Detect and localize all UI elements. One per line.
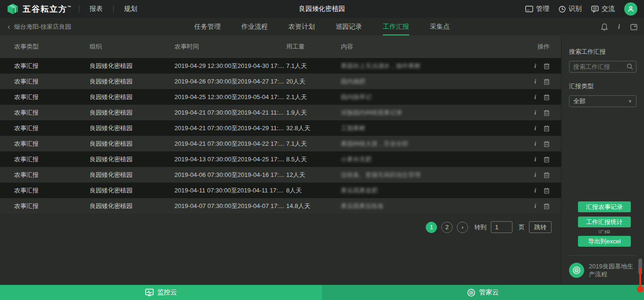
row-info-icon[interactable]: i <box>534 171 536 179</box>
tab-patrol-records[interactable]: 巡园记录 <box>336 18 362 35</box>
tab-supplies-plan[interactable]: 农资计划 <box>289 18 315 35</box>
breadcrumb[interactable]: ‹ 烟台海阳-徐家店良园 <box>8 23 71 31</box>
report-type-select[interactable]: 全部 ▼ <box>569 95 636 107</box>
cell-time: 2019-04-06 07:30:00至2019-04-16 17:... <box>174 171 286 179</box>
table-row[interactable]: 农事汇报 良园矮化密植园 2019-04-21 07:30:00至2019-04… <box>0 105 561 120</box>
cell-type: 农事汇报 <box>0 62 90 70</box>
steward-cloud-label: 管家云 <box>479 288 499 297</box>
cell-type: 农事汇报 <box>0 77 90 86</box>
row-delete-icon[interactable] <box>544 63 550 69</box>
cell-org: 良园矮化密植园 <box>90 93 174 101</box>
next-page-button[interactable]: › <box>457 222 468 233</box>
cell-type: 农事汇报 <box>0 124 90 133</box>
cell-content: 工期果树 <box>341 124 509 133</box>
cell-content: 果园补上无法浇水，操作果树 <box>341 62 509 70</box>
breadcrumb-label: 烟台海阳-徐家店良园 <box>14 23 71 31</box>
table-row[interactable]: 农事汇报 良园矮化密植园 2019-04-29 12:30:00至2019-04… <box>0 58 561 74</box>
sidebar-footer-link[interactable]: 2019良园基地生产流程 <box>569 262 636 280</box>
action-label: 管理 <box>536 5 549 13</box>
cell-content: 果园种植大苗，百亩全部 <box>341 140 509 148</box>
row-info-icon[interactable]: i <box>534 109 536 117</box>
tab-work-report[interactable]: 工作汇报 <box>383 18 409 35</box>
row-delete-icon[interactable] <box>544 187 550 194</box>
cell-type: 农事汇报 <box>0 108 90 117</box>
row-delete-icon[interactable] <box>544 78 550 85</box>
row-info-icon[interactable]: i <box>534 125 536 132</box>
divider <box>79 5 79 13</box>
bottom-bar: 监控云 管家云 <box>0 285 644 300</box>
top-bar: 五谷耘立方™ 报表 规划 良园矮化密植园 管理 识别 <box>0 0 644 18</box>
app-logo[interactable]: 五谷耘立方™ <box>7 3 72 15</box>
report-farm-record-button[interactable]: 汇报农事记录 <box>578 201 631 212</box>
table-row[interactable]: 农事汇报 良园矮化密植园 2019-04-25 12:30:00至2019-05… <box>0 89 561 105</box>
cell-content: 小果补充肥 <box>341 155 509 164</box>
cell-type: 农事汇报 <box>0 140 90 148</box>
table-row[interactable]: 农事汇报 良园矮化密植园 2019-04-06 07:30:00至2019-04… <box>0 167 561 183</box>
row-info-icon[interactable]: i <box>534 202 536 210</box>
table-row[interactable]: 农事汇报 良园矮化密植园 2019-04-11 07:30:00至2019-04… <box>0 183 561 198</box>
cell-time: 2019-04-29 12:30:00至2019-04-30 17:... <box>174 62 286 70</box>
user-avatar[interactable] <box>624 2 637 16</box>
scrollbar-thermometer[interactable] <box>638 258 643 293</box>
row-delete-icon[interactable] <box>544 156 550 163</box>
tab-collection-points[interactable]: 采集点 <box>430 18 450 35</box>
row-delete-icon[interactable] <box>544 125 550 132</box>
info-icon[interactable]: i <box>618 23 620 31</box>
tab-work-process[interactable]: 作业流程 <box>241 18 268 35</box>
table-row[interactable]: 农事汇报 良园矮化密植园 2019-04-21 07:30:00至2019-04… <box>0 136 561 151</box>
scrollbar-thumb[interactable] <box>637 286 644 292</box>
page-number-input[interactable] <box>491 221 512 233</box>
cell-labor: 7.1人天 <box>286 62 341 70</box>
target-icon <box>569 263 584 278</box>
row-delete-icon[interactable] <box>544 172 550 178</box>
nav-reports[interactable]: 报表 <box>86 5 107 13</box>
row-info-icon[interactable]: i <box>534 78 536 85</box>
table-row[interactable]: 农事汇报 良园矮化密植园 2019-04-21 07:30:00至2019-04… <box>0 120 561 136</box>
row-info-icon[interactable]: i <box>534 140 536 148</box>
cell-labor: 20人天 <box>286 77 341 86</box>
steward-cloud-button[interactable]: 管家云 <box>322 285 644 300</box>
search-icon[interactable] <box>627 63 633 71</box>
action-recognize[interactable]: 识别 <box>559 5 582 13</box>
cell-time: 2019-04-11 07:30:00至2019-04-11 17:... <box>174 186 286 195</box>
cell-org: 良园矮化密植园 <box>90 124 174 133</box>
cell-org: 良园矮化密植园 <box>90 155 174 164</box>
row-delete-icon[interactable] <box>544 203 550 209</box>
monitor-icon <box>525 6 533 13</box>
row-delete-icon[interactable] <box>544 94 550 100</box>
chat-icon <box>591 6 599 13</box>
row-info-icon[interactable]: i <box>534 93 536 101</box>
panel-icon[interactable] <box>630 24 637 30</box>
action-manage[interactable]: 管理 <box>525 5 549 13</box>
page-1-button[interactable]: 1 <box>426 222 437 233</box>
cell-type: 农事汇报 <box>0 155 90 164</box>
bell-icon[interactable] <box>601 23 608 31</box>
nav-planning[interactable]: 规划 <box>120 5 141 13</box>
cell-content: 果实疏果拉枝条 <box>341 202 509 210</box>
row-delete-icon[interactable] <box>544 109 550 116</box>
cell-content: 果实疏果追肥 <box>341 186 509 195</box>
cell-time: 2019-04-21 07:30:00至2019-04-29 11:... <box>174 124 286 133</box>
chevron-down-icon: ▼ <box>628 99 632 104</box>
cell-time: 2019-04-21 07:30:00至2019-04-22 17:... <box>174 140 286 148</box>
row-info-icon[interactable]: i <box>534 187 536 194</box>
back-icon[interactable]: ‹ <box>8 23 10 31</box>
page-2-button[interactable]: 2 <box>441 222 453 233</box>
monitor-cloud-button[interactable]: 监控云 <box>0 285 322 300</box>
table-row[interactable]: 农事汇报 良园矮化密植园 2019-04-07 07:30:00至2019-04… <box>0 198 561 214</box>
sidebar-footer-text: 2019良园基地生产流程 <box>589 262 636 278</box>
row-info-icon[interactable]: i <box>534 62 536 70</box>
cell-time: 2019-04-21 07:30:00至2019-04-21 11:... <box>174 108 286 117</box>
tab-task-management[interactable]: 任务管理 <box>194 18 221 35</box>
cell-time: 2019-04-25 12:30:00至2019-05-04 17:... <box>174 93 286 101</box>
row-info-icon[interactable]: i <box>534 156 536 163</box>
table-row[interactable]: 农事汇报 良园矮化密植园 2019-04-26 07:30:00至2019-04… <box>0 74 561 89</box>
action-chat[interactable]: 交流 <box>591 5 615 13</box>
work-report-stats-button[interactable]: 工作汇报统计 <box>578 217 631 227</box>
row-delete-icon[interactable] <box>544 141 550 147</box>
jump-button[interactable]: 跳转 <box>529 221 552 233</box>
cell-content: 拉枝条、套袋无病药综合管理 <box>341 171 509 179</box>
export-excel-button[interactable]: 导出到excel <box>578 236 631 247</box>
table-row[interactable]: 农事汇报 良园矮化密植园 2019-04-13 07:30:00至2019-04… <box>0 151 561 167</box>
col-type: 农事类型 <box>0 42 90 51</box>
